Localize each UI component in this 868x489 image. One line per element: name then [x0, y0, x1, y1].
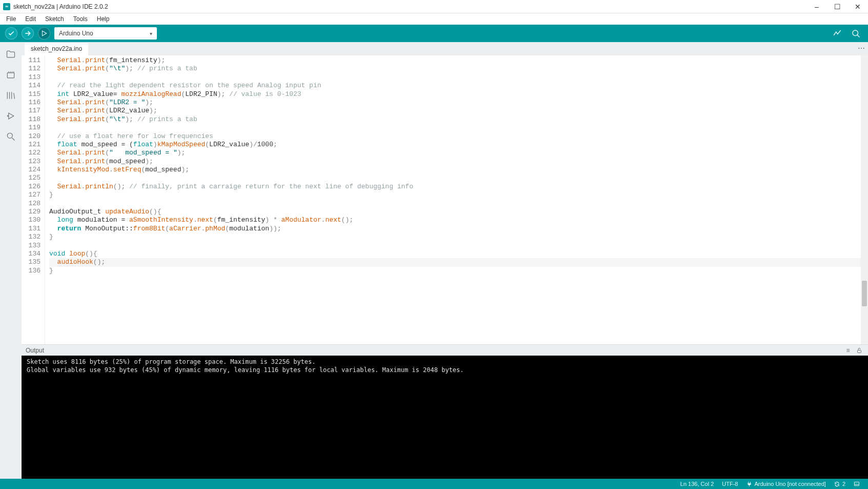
code-editor[interactable]: 1111121131141151161171181191201211221231…: [22, 55, 868, 344]
code-line[interactable]: AudioOutput_t updateAudio(){: [49, 208, 861, 216]
magnify-icon: [851, 29, 860, 38]
encoding-indicator[interactable]: UTF-8: [718, 481, 742, 487]
line-number: 111: [22, 56, 41, 65]
output-title: Output: [26, 347, 44, 354]
menu-help[interactable]: Help: [93, 14, 114, 24]
code-line[interactable]: // read the light dependent resistor on …: [49, 82, 861, 90]
svg-rect-17: [858, 350, 861, 353]
menu-file[interactable]: File: [2, 14, 20, 24]
serial-plotter-button[interactable]: [830, 26, 844, 41]
notifications-count: 2: [842, 481, 845, 487]
close-button[interactable]: ✕: [847, 0, 868, 13]
debug-sidebar-button[interactable]: [3, 108, 19, 124]
code-line[interactable]: long modulation = aSmoothIntensity.next(…: [49, 216, 861, 224]
search-button[interactable]: [3, 128, 19, 145]
minimize-button[interactable]: –: [806, 0, 827, 13]
lock-icon: [856, 347, 862, 354]
line-number: 127: [22, 191, 41, 199]
board-selected-label: Arduino Uno: [59, 30, 93, 37]
svg-rect-4: [7, 73, 14, 78]
menu-sketch[interactable]: Sketch: [41, 14, 68, 24]
code-line[interactable]: float mod_speed = (float)kMapModSpeed(LD…: [49, 141, 861, 149]
line-number: 130: [22, 216, 41, 224]
menubar: FileEditSketchToolsHelp: [0, 13, 868, 25]
board-selector[interactable]: Arduino Uno: [54, 27, 157, 40]
svg-point-14: [7, 115, 8, 116]
code-line[interactable]: Serial.print(LDR2_value);: [49, 107, 861, 115]
code-line[interactable]: void loop(){: [49, 250, 861, 258]
sketchbook-button[interactable]: [3, 46, 19, 63]
line-number: 135: [22, 258, 41, 266]
code-line[interactable]: [49, 242, 861, 250]
code-line[interactable]: Serial.print("\t"); // prints a tab: [49, 65, 861, 73]
code-line[interactable]: [49, 174, 861, 182]
debug-icon: [41, 30, 48, 37]
vertical-scrollbar[interactable]: [861, 55, 868, 344]
line-number: 132: [22, 233, 41, 241]
code-line[interactable]: kIntensityMod.setFreq(mod_speed);: [49, 166, 861, 174]
code-line[interactable]: Serial.println(); // finally, print a ca…: [49, 183, 861, 191]
library-manager-button[interactable]: [3, 87, 19, 104]
tab-bar: sketch_nov22a.ino ⋯: [22, 42, 868, 55]
svg-point-15: [7, 133, 12, 138]
scrollbar-thumb[interactable]: [862, 281, 867, 306]
code-line[interactable]: Serial.print("\t"); // prints a tab: [49, 115, 861, 124]
cursor-position[interactable]: Ln 136, Col 2: [676, 481, 718, 487]
board-status-label: Arduino Uno [not connected]: [754, 481, 825, 487]
line-number: 125: [22, 174, 41, 182]
maximize-button[interactable]: ☐: [827, 0, 847, 13]
code-line[interactable]: }: [49, 191, 861, 199]
svg-line-3: [857, 35, 860, 37]
code-line[interactable]: // use a float here for low frequencies: [49, 132, 861, 141]
titlebar: ∞ sketch_nov22a | Arduino IDE 2.0.2 – ☐ …: [0, 0, 868, 13]
code-line[interactable]: [49, 124, 861, 132]
code-line[interactable]: return MonoOutput::from8Bit(aCarrier.phM…: [49, 225, 861, 233]
svg-rect-18: [855, 482, 859, 486]
code-line[interactable]: Serial.print(" mod_speed = ");: [49, 149, 861, 157]
close-panel-button[interactable]: [850, 481, 864, 487]
line-number: 134: [22, 250, 41, 258]
tab-active[interactable]: sketch_nov22a.ino: [25, 43, 88, 55]
notifications-button[interactable]: 2: [830, 481, 850, 487]
code-line[interactable]: Serial.print(fm_intensity);: [49, 56, 861, 65]
svg-marker-13: [9, 113, 14, 119]
menu-edit[interactable]: Edit: [21, 14, 40, 24]
debug-button[interactable]: [38, 27, 50, 40]
code-line[interactable]: Serial.print("LDR2 = ");: [49, 99, 861, 107]
code-line[interactable]: [49, 200, 861, 208]
output-panel[interactable]: Sketch uses 8116 bytes (25%) of program …: [22, 356, 868, 479]
verify-button[interactable]: [5, 27, 17, 40]
line-number: 128: [22, 200, 41, 208]
code-line[interactable]: Serial.print(mod_speed);: [49, 158, 861, 166]
code-line[interactable]: audioHook();: [49, 258, 861, 266]
boards-manager-button[interactable]: [3, 67, 19, 83]
menu-tools[interactable]: Tools: [69, 14, 92, 24]
plotter-icon: [833, 29, 842, 38]
code-line[interactable]: int LDR2_value= mozziAnalogRead(LDR2_PIN…: [49, 90, 861, 99]
line-number: 120: [22, 132, 41, 141]
line-gutter: 1111121131141151161171181191201211221231…: [22, 55, 45, 344]
panel-close-icon: [854, 481, 860, 487]
code-line[interactable]: }: [49, 267, 861, 275]
svg-line-12: [14, 93, 15, 99]
bug-icon: [6, 111, 16, 121]
activity-sidebar: [0, 42, 22, 479]
line-number: 122: [22, 149, 41, 157]
code-line[interactable]: [49, 73, 861, 82]
line-number: 126: [22, 183, 41, 191]
board-status[interactable]: Arduino Uno [not connected]: [742, 481, 830, 487]
line-number: 114: [22, 82, 41, 90]
output-options-button[interactable]: ≡: [843, 347, 853, 354]
line-number: 115: [22, 90, 41, 99]
window-title: sketch_nov22a | Arduino IDE 2.0.2: [13, 3, 806, 10]
line-number: 117: [22, 107, 41, 115]
serial-monitor-button[interactable]: [849, 26, 863, 41]
tab-menu-button[interactable]: ⋯: [858, 44, 865, 52]
arrow-right-icon: [24, 30, 31, 37]
code-line[interactable]: }: [49, 233, 861, 241]
line-number: 112: [22, 65, 41, 73]
svg-marker-1: [43, 31, 47, 35]
upload-button[interactable]: [22, 27, 34, 40]
output-lock-button[interactable]: [855, 347, 864, 354]
code-content[interactable]: Serial.print(fm_intensity); Serial.print…: [45, 55, 861, 344]
